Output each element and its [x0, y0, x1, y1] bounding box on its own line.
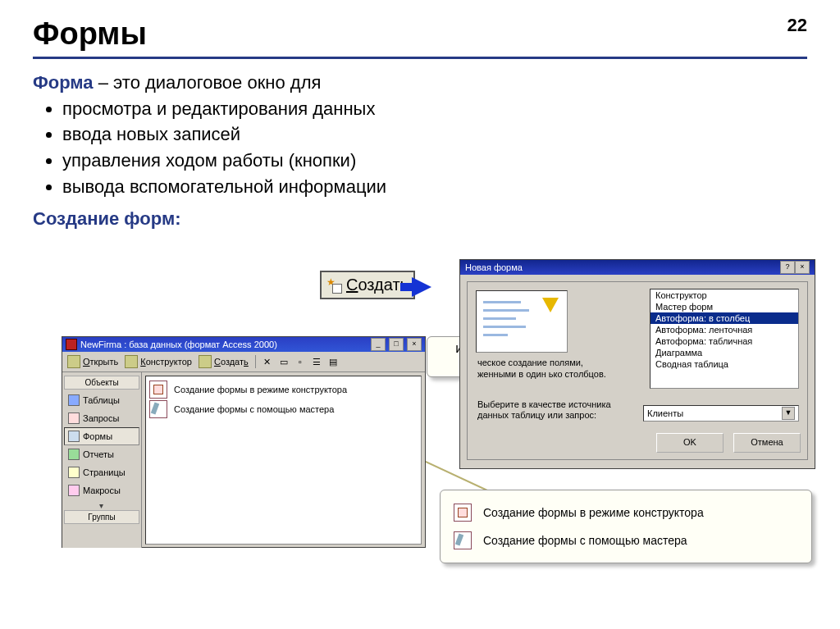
lightning-icon — [542, 298, 559, 312]
source-combobox[interactable]: Клиенты ▼ — [643, 405, 799, 422]
create-button[interactable]: Создать — [199, 355, 249, 368]
form-preview — [476, 290, 568, 353]
new-icon — [326, 278, 341, 293]
form-type-list[interactable]: Конструктор Мастер форм Автоформа: в сто… — [650, 289, 799, 389]
create-button-label: Создать — [346, 276, 409, 294]
designer-button[interactable]: Конструктор — [125, 355, 192, 368]
bullet-item: вывода вспомогательной информации — [62, 175, 807, 199]
separator — [255, 355, 256, 368]
help-button[interactable]: ? — [780, 261, 795, 274]
large-icons-icon[interactable]: ▭ — [279, 357, 289, 367]
window-titlebar: NewFirma : база данных (формат Access 20… — [62, 337, 425, 352]
cancel-button[interactable]: Отмена — [733, 433, 801, 453]
app-icon — [66, 339, 77, 350]
list-option[interactable]: Диаграмма — [651, 347, 798, 358]
bullet-list: просмотра и редактирования данных ввода … — [62, 97, 807, 199]
list-option[interactable]: Автоформа: ленточная — [651, 324, 798, 335]
sidebar-item-forms[interactable]: Формы — [64, 427, 139, 445]
close-button[interactable]: × — [407, 338, 422, 351]
bullet-item: ввода новых записей — [62, 122, 807, 147]
list-option[interactable]: Сводная таблица — [651, 358, 798, 370]
sidebar-item-macros[interactable]: Макросы — [64, 481, 139, 499]
slide-title: Формы — [33, 16, 807, 52]
arrow-icon — [412, 277, 431, 297]
definition-rest: – это диалоговое окно для — [94, 72, 322, 93]
list-item[interactable]: Создание формы с помощью мастера — [149, 399, 418, 419]
ok-button[interactable]: OK — [656, 433, 724, 453]
option-description: ческое создание полями, женными в один ь… — [477, 358, 617, 381]
db-list: Создание формы в режиме конструктора Соз… — [145, 376, 422, 545]
sidebar-item-reports[interactable]: Отчеты — [64, 445, 139, 463]
term-form: Форма — [33, 72, 94, 93]
sidebar-header-groups: Группы — [64, 510, 139, 524]
form-designer-icon — [454, 504, 472, 522]
new-form-dialog: Новая форма ? × Конструктор Мастер форм … — [459, 259, 815, 469]
sidebar-header-objects: Объекты — [64, 376, 139, 390]
combo-value: Клиенты — [647, 408, 683, 418]
window-title-text: NewFirma : база данных (формат Access 20… — [80, 340, 277, 349]
form-designer-icon — [149, 381, 167, 399]
db-sidebar: Объекты Таблицы Запросы Формы Отчеты Стр… — [62, 372, 142, 548]
sidebar-item-pages[interactable]: Страницы — [64, 463, 139, 481]
dialog-title-text: Новая форма — [465, 262, 523, 272]
list-item[interactable]: Создание формы в режиме конструктора — [149, 380, 418, 399]
dialog-titlebar: Новая форма ? × — [460, 260, 815, 275]
zoom-row[interactable]: Создание формы в режиме конструктора — [454, 499, 798, 526]
page-icon — [68, 467, 80, 478]
open-icon — [67, 355, 80, 368]
list-option[interactable]: Мастер форм — [651, 301, 798, 312]
database-window: NewFirma : база данных (формат Access 20… — [62, 336, 426, 548]
zoom-callout: Создание формы в режиме конструктора Соз… — [440, 490, 812, 563]
title-divider — [33, 57, 807, 59]
sidebar-item-queries[interactable]: Запросы — [64, 409, 139, 427]
macro-icon — [68, 485, 80, 496]
definition-text: Форма – это диалоговое окно для — [33, 71, 807, 95]
page-number: 22 — [788, 15, 807, 36]
open-button[interactable]: Открыть — [67, 355, 118, 368]
bullet-item: управления ходом работы (кнопки) — [62, 148, 807, 173]
maximize-button[interactable]: □ — [389, 338, 404, 351]
creation-heading: Создание форм: — [33, 207, 807, 231]
form-wizard-icon — [454, 531, 472, 549]
new-icon — [199, 355, 212, 368]
designer-icon — [125, 355, 138, 368]
close-button[interactable]: × — [795, 261, 810, 274]
list-option[interactable]: Автоформа: табличная — [651, 335, 798, 347]
table-icon — [68, 394, 80, 406]
db-toolbar: Открыть Конструктор Создать ✕ ▭ ▫ ☰ ▤ — [62, 352, 425, 372]
zoom-label: Создание формы с помощью мастера — [483, 534, 687, 547]
form-wizard-icon — [149, 400, 167, 418]
sidebar-item-tables[interactable]: Таблицы — [64, 391, 139, 409]
form-icon — [68, 431, 80, 442]
zoom-row[interactable]: Создание формы с помощью мастера — [454, 526, 798, 554]
small-icons-icon[interactable]: ▫ — [295, 357, 305, 367]
minimize-button[interactable]: _ — [371, 338, 386, 351]
zoom-label: Создание формы в режиме конструктора — [483, 506, 704, 519]
list-option-selected[interactable]: Автоформа: в столбец — [651, 312, 798, 324]
report-icon — [68, 449, 80, 460]
list-option[interactable]: Конструктор — [651, 289, 798, 301]
delete-icon[interactable]: ✕ — [262, 357, 272, 367]
source-label: Выберите в качестве источника данных таб… — [477, 399, 641, 422]
bullet-item: просмотра и редактирования данных — [62, 97, 807, 121]
query-icon — [68, 412, 80, 424]
list-icon[interactable]: ☰ — [312, 357, 322, 367]
details-icon[interactable]: ▤ — [328, 357, 338, 367]
dropdown-icon[interactable]: ▼ — [782, 407, 795, 420]
more-indicator[interactable]: ▾ — [64, 499, 139, 510]
